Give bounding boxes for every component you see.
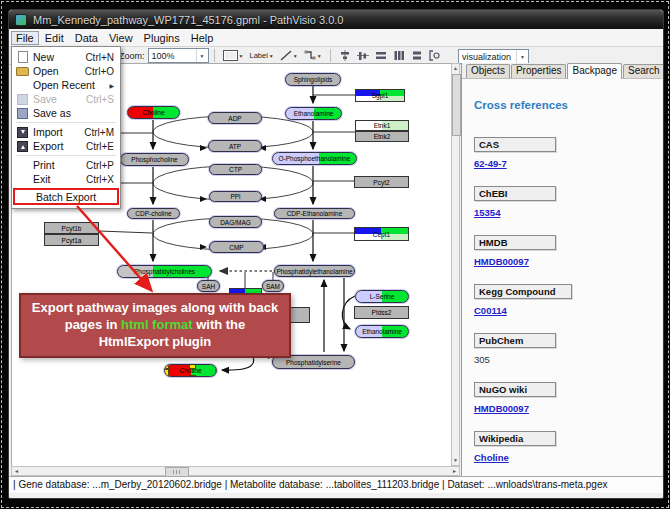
xref-link[interactable]: C00114 bbox=[474, 305, 650, 316]
pathway-node-l-serine[interactable]: L-Serine bbox=[355, 290, 409, 303]
file-menu-save[interactable]: Save Ctrl+S bbox=[12, 92, 120, 106]
menu-help[interactable]: Help bbox=[186, 31, 219, 45]
pathway-node-ctp[interactable]: CTP bbox=[209, 164, 262, 175]
scroll-up-icon[interactable]: ▲ bbox=[452, 64, 459, 73]
xref-link[interactable]: HMDB00097 bbox=[474, 256, 650, 267]
pathway-node-atp[interactable]: ATP bbox=[208, 140, 262, 152]
file-menu-exit[interactable]: Exit Ctrl+X bbox=[12, 172, 120, 186]
xref-source-name: PubChem bbox=[474, 333, 556, 348]
align-middle-button[interactable] bbox=[355, 49, 371, 62]
pathway-node-sphingolipids[interactable]: Sphingolipids bbox=[285, 73, 341, 86]
file-menu-print[interactable]: Print Ctrl+P bbox=[12, 158, 120, 172]
distribute-horizontal-button[interactable] bbox=[373, 49, 389, 62]
pathway-node-phosphatidylcholines[interactable]: Phosphatidylcholines bbox=[117, 265, 212, 278]
chevron-down-icon[interactable]: ▼ bbox=[196, 49, 208, 62]
pathway-node-dag-mag[interactable]: DAG/MAG bbox=[209, 216, 262, 228]
file-menu-import[interactable]: Import Ctrl+M bbox=[12, 125, 120, 139]
xref-link[interactable]: 62-49-7 bbox=[474, 158, 650, 169]
pathway-node-sam[interactable]: SAM bbox=[262, 280, 284, 292]
chevron-down-icon[interactable]: ▼ bbox=[239, 53, 244, 59]
backpage-content: Cross references CAS 62-49-7 ChEBI 15354… bbox=[462, 79, 662, 465]
chevron-down-icon[interactable]: ▼ bbox=[269, 53, 274, 59]
pathway-node-ppi[interactable]: PPi bbox=[209, 191, 262, 202]
vertical-scroll-thumb[interactable] bbox=[452, 74, 461, 136]
chevron-down-icon[interactable]: ▼ bbox=[516, 50, 528, 63]
menu-view[interactable]: View bbox=[104, 31, 138, 45]
tab-objects[interactable]: Objects bbox=[466, 64, 510, 78]
chevron-down-icon[interactable]: ▼ bbox=[317, 53, 322, 59]
distribute-vertical-button[interactable] bbox=[391, 49, 407, 62]
connector-tool-button[interactable]: ▼ bbox=[302, 49, 324, 62]
pathway-node-cept1[interactable]: Cept1 bbox=[354, 227, 409, 241]
pathway-node-cdp-ethanolamine[interactable]: CDP-Ethanolamine bbox=[274, 208, 355, 219]
submenu-arrow-icon: ▶ bbox=[109, 82, 114, 89]
file-menu-batch-export[interactable]: Batch Export bbox=[13, 188, 119, 205]
xref-value: 305 bbox=[474, 354, 650, 365]
pathway-node-cmp[interactable]: CMP bbox=[209, 241, 264, 253]
scroll-right-icon[interactable]: ► bbox=[450, 467, 459, 475]
xref-link[interactable]: 15354 bbox=[474, 207, 650, 218]
pathway-node-phosphocholine[interactable]: Phosphocholine bbox=[120, 153, 189, 166]
line-tool-button[interactable]: ▼ bbox=[278, 49, 300, 62]
pathway-node-etnk2[interactable]: Etnk2 bbox=[355, 131, 409, 142]
file-menu-new[interactable]: New Ctrl+N bbox=[12, 50, 120, 64]
toolbar-separator bbox=[214, 49, 215, 62]
callout-line1: Export pathway images along with back bbox=[32, 300, 278, 315]
tab-backpage[interactable]: Backpage bbox=[567, 63, 621, 79]
tab-properties[interactable]: Properties bbox=[511, 64, 567, 78]
connector-icon bbox=[304, 50, 316, 61]
selection-handle[interactable] bbox=[189, 364, 196, 369]
pathway-node-pcyt1b[interactable]: Pcyt1b bbox=[44, 222, 99, 234]
xref-section-pubchem: PubChem 305 bbox=[474, 333, 650, 365]
pathway-node-ptdss2[interactable]: Ptdss2 bbox=[354, 306, 409, 319]
menu-edit[interactable]: Edit bbox=[40, 31, 69, 45]
toolbar-separator bbox=[330, 49, 331, 62]
zoom-combobox[interactable]: 100% ▼ bbox=[148, 48, 209, 63]
scroll-left-icon[interactable]: ◄ bbox=[12, 467, 21, 475]
pathway-node-etnk1[interactable]: Etnk1 bbox=[355, 120, 409, 131]
chevron-down-icon[interactable]: ▼ bbox=[293, 53, 298, 59]
pathway-node-o-phosphoethanolamine[interactable]: O-Phosphoethanolamine bbox=[272, 152, 357, 165]
file-menu-open[interactable]: Open Ctrl+O bbox=[12, 64, 120, 78]
pathway-node-pcyt1a[interactable]: Pcyt1a bbox=[44, 234, 99, 246]
label-tool-button[interactable]: Label ▼ bbox=[247, 50, 275, 61]
datanode-tool-button[interactable]: ▼ bbox=[221, 49, 246, 62]
pathway-node-sah[interactable]: SAH bbox=[197, 280, 220, 292]
menu-plugins[interactable]: Plugins bbox=[139, 31, 185, 45]
pathway-node-adp[interactable]: ADP bbox=[208, 112, 262, 124]
selection-handle[interactable] bbox=[189, 375, 196, 377]
file-menu-open-recent[interactable]: Open Recent ▶ bbox=[12, 78, 120, 92]
pathway-node-phosphatidylethanolamine[interactable]: Phosphatidylethanolamine bbox=[274, 265, 355, 277]
align-center-button[interactable] bbox=[337, 49, 353, 62]
scroll-grip bbox=[173, 470, 181, 474]
pathway-node-cdp-choline[interactable]: CDP-choline bbox=[127, 208, 180, 219]
label-tool-text: Label bbox=[249, 51, 267, 60]
pathway-node-choline[interactable]: Choline bbox=[127, 106, 180, 119]
pathway-node-ethanolamine[interactable]: Ethanolamine bbox=[285, 107, 342, 120]
xref-link[interactable]: Choline bbox=[474, 452, 650, 463]
canvas-horizontal-scrollbar[interactable]: ◄ ► bbox=[11, 466, 460, 476]
scroll-down-icon[interactable]: ▼ bbox=[452, 456, 459, 465]
pathway-node-choline[interactable]: Choline bbox=[164, 364, 217, 377]
xref-source-name: Wikipedia bbox=[474, 431, 556, 446]
file-menu-export[interactable]: Export Ctrl+E bbox=[12, 139, 120, 153]
pathway-node-pcyt2[interactable]: Pcyt2 bbox=[354, 176, 409, 188]
pathway-node-sgpl1[interactable]: Sgpl1 bbox=[355, 89, 405, 102]
stack-button[interactable] bbox=[409, 49, 425, 62]
title-bar[interactable]: Mm_Kennedy_pathway_WP1771_45176.gpml - P… bbox=[9, 10, 663, 29]
canvas-vertical-scrollbar[interactable]: ▲ ▼ bbox=[451, 63, 460, 466]
xref-section-hmdb: HMDB HMDB00097 bbox=[474, 235, 650, 267]
group-button[interactable] bbox=[427, 49, 443, 62]
annotation-callout: Export pathway images along with back pa… bbox=[19, 293, 291, 358]
visualization-combobox[interactable]: visualization ▼ bbox=[458, 49, 529, 64]
menu-data[interactable]: Data bbox=[70, 31, 103, 45]
pathway-node-ethanolamine[interactable]: Ethanolamine bbox=[355, 325, 409, 338]
menu-file[interactable]: File bbox=[11, 31, 39, 45]
file-menu-save-as[interactable]: Save as bbox=[12, 106, 120, 120]
xref-link[interactable]: HMDB00097 bbox=[474, 403, 650, 414]
xref-source-name: CAS bbox=[474, 137, 556, 152]
tab-search[interactable]: Search bbox=[623, 64, 664, 78]
callout-line3: HtmlExport plugin bbox=[99, 334, 212, 349]
xref-section-nugo: NuGO wiki HMDB00097 bbox=[474, 382, 650, 414]
datanode-icon bbox=[223, 50, 238, 61]
